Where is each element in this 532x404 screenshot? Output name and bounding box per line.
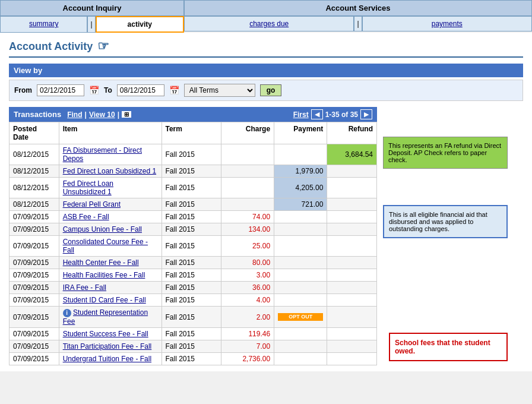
cell-refund bbox=[327, 257, 377, 269]
table-row: 07/09/2015Undergrad Tuition Fee - FallFa… bbox=[10, 353, 377, 365]
cell-term: Fall 2015 bbox=[162, 340, 221, 353]
cell-item[interactable]: FA Disbursement - Direct Depos bbox=[59, 144, 162, 165]
item-link[interactable]: Health Center Fee - Fall bbox=[63, 258, 139, 267]
cell-refund bbox=[327, 307, 377, 328]
cell-item[interactable]: Undergrad Tuition Fee - Fall bbox=[59, 353, 162, 365]
page-content: Account Activity ☞ View by From 📅 To 📅 A… bbox=[0, 33, 532, 371]
to-date-input[interactable] bbox=[117, 84, 164, 96]
cell-posted-date: 07/09/2015 bbox=[10, 236, 59, 257]
account-inquiry-section: Account Inquiry summary | activity bbox=[0, 0, 184, 33]
cell-payment bbox=[274, 236, 327, 257]
cell-item[interactable]: Campus Union Fee - Fall bbox=[59, 223, 162, 236]
cell-charge: 119.46 bbox=[221, 328, 274, 340]
table-row: 07/09/2015Health Facilities Fee - FallFa… bbox=[10, 269, 377, 282]
table-row: 07/09/2015Student Success Fee - FallFall… bbox=[10, 328, 377, 340]
cell-payment bbox=[274, 294, 327, 307]
cell-refund bbox=[327, 236, 377, 257]
cursor-icon: ☞ bbox=[97, 39, 109, 54]
table-row: 08/12/2015Fed Direct Loan Subsidized 1Fa… bbox=[10, 165, 377, 178]
go-button[interactable]: go bbox=[260, 84, 282, 96]
item-link[interactable]: ASB Fee - Fall bbox=[63, 213, 109, 221]
cell-charge bbox=[221, 165, 274, 178]
cell-item[interactable]: Health Facilities Fee - Fall bbox=[59, 269, 162, 282]
cell-item[interactable]: Titan Participation Fee - Fall bbox=[59, 340, 162, 353]
item-link[interactable]: Campus Union Fee - Fall bbox=[63, 225, 142, 233]
cell-item[interactable]: Student Success Fee - Fall bbox=[59, 328, 162, 340]
cell-posted-date: 07/09/2015 bbox=[10, 269, 59, 282]
cell-item[interactable]: Fed Direct Loan Subsidized 1 bbox=[59, 165, 162, 178]
view-label[interactable]: View 10 bbox=[89, 111, 115, 119]
item-link[interactable]: Student Success Fee - Fall bbox=[63, 330, 148, 338]
filter-row: From 📅 To 📅 All Terms Fall 2015 Spring 2… bbox=[9, 80, 523, 101]
cell-posted-date: 07/09/2015 bbox=[10, 307, 59, 328]
from-calendar-icon[interactable]: 📅 bbox=[89, 86, 99, 95]
item-link[interactable]: Federal Pell Grant bbox=[63, 200, 121, 209]
tab-activity[interactable]: activity bbox=[96, 16, 184, 33]
cell-payment: 1,979.00 bbox=[274, 165, 327, 178]
prev-page-button[interactable]: ◀ bbox=[311, 109, 323, 119]
cell-posted-date: 08/12/2015 bbox=[10, 144, 59, 165]
cell-payment bbox=[274, 144, 327, 165]
terms-select[interactable]: All Terms Fall 2015 Spring 2015 bbox=[184, 84, 255, 97]
item-link[interactable]: Student ID Card Fee - Fall bbox=[63, 296, 146, 304]
from-date-input[interactable] bbox=[37, 84, 84, 96]
col-header-refund: Refund bbox=[327, 122, 377, 144]
tooltip-school-fees: School fees that the student owed. bbox=[389, 333, 508, 361]
table-row: 07/09/2015Student ID Card Fee - FallFall… bbox=[10, 294, 377, 307]
tab-divider2: | bbox=[354, 16, 362, 31]
cell-payment: 4,205.00 bbox=[274, 178, 327, 198]
cell-charge: 74.00 bbox=[221, 211, 274, 223]
cell-item[interactable]: Consolidated Course Fee - Fall bbox=[59, 236, 162, 257]
cell-charge: 2,736.00 bbox=[221, 353, 274, 365]
cell-term: Fall 2015 bbox=[162, 178, 221, 198]
tab-payments[interactable]: payments bbox=[362, 16, 532, 31]
cell-payment: OPT OUT bbox=[274, 307, 327, 328]
separator1: | bbox=[85, 111, 87, 119]
item-link[interactable]: FA Disbursement - Direct Depos bbox=[63, 146, 142, 163]
info-icon[interactable]: i bbox=[63, 309, 71, 317]
cell-charge: 4.00 bbox=[221, 294, 274, 307]
cell-payment bbox=[274, 257, 327, 269]
col-header-charge: Charge bbox=[221, 122, 274, 144]
next-page-button[interactable]: ▶ bbox=[360, 109, 372, 119]
cell-item[interactable]: ASB Fee - Fall bbox=[59, 211, 162, 223]
export-icon[interactable]: ⊞ bbox=[122, 111, 131, 118]
cell-item[interactable]: i Student Representation Fee bbox=[59, 307, 162, 328]
first-label[interactable]: First bbox=[293, 111, 309, 119]
item-link[interactable]: Fed Direct Loan Unsubsidized 1 bbox=[63, 179, 113, 196]
cell-refund bbox=[327, 328, 377, 340]
item-link[interactable]: Fed Direct Loan Subsidized 1 bbox=[63, 167, 156, 175]
cell-term: Fall 2015 bbox=[162, 165, 221, 178]
cell-payment bbox=[274, 328, 327, 340]
tab-charges-due[interactable]: charges due bbox=[184, 16, 354, 31]
to-label: To bbox=[104, 86, 112, 94]
right-tab-row: charges due | payments bbox=[184, 16, 532, 31]
item-link[interactable]: Titan Participation Fee - Fall bbox=[63, 342, 152, 351]
item-link[interactable]: Consolidated Course Fee - Fall bbox=[63, 238, 148, 254]
cell-item[interactable]: Fed Direct Loan Unsubsidized 1 bbox=[59, 178, 162, 198]
to-calendar-icon[interactable]: 📅 bbox=[169, 86, 179, 95]
find-label[interactable]: Find bbox=[67, 111, 82, 119]
item-link[interactable]: Undergrad Tuition Fee - Fall bbox=[63, 355, 151, 363]
cell-charge bbox=[221, 144, 274, 165]
cell-posted-date: 07/09/2015 bbox=[10, 282, 59, 294]
cell-term: Fall 2015 bbox=[162, 257, 221, 269]
cell-item[interactable]: Federal Pell Grant bbox=[59, 198, 162, 211]
cell-item[interactable]: Health Center Fee - Fall bbox=[59, 257, 162, 269]
cell-payment bbox=[274, 223, 327, 236]
item-link[interactable]: Health Facilities Fee - Fall bbox=[63, 271, 145, 279]
cell-item[interactable]: IRA Fee - Fall bbox=[59, 282, 162, 294]
cell-payment bbox=[274, 211, 327, 223]
cell-item[interactable]: Student ID Card Fee - Fall bbox=[59, 294, 162, 307]
item-link[interactable]: Student Representation Fee bbox=[63, 308, 148, 326]
item-link[interactable]: IRA Fee - Fall bbox=[63, 283, 106, 292]
cell-refund bbox=[327, 294, 377, 307]
page-range: 1-35 of 35 bbox=[325, 111, 358, 119]
table-row: 08/12/2015FA Disbursement - Direct Depos… bbox=[10, 144, 377, 165]
table-row: 07/09/2015i Student Representation FeeFa… bbox=[10, 307, 377, 328]
tab-summary[interactable]: summary bbox=[0, 16, 87, 33]
transactions-label: Transactions bbox=[14, 110, 61, 119]
cell-term: Fall 2015 bbox=[162, 223, 221, 236]
cell-term: Fall 2015 bbox=[162, 236, 221, 257]
cell-payment bbox=[274, 353, 327, 365]
